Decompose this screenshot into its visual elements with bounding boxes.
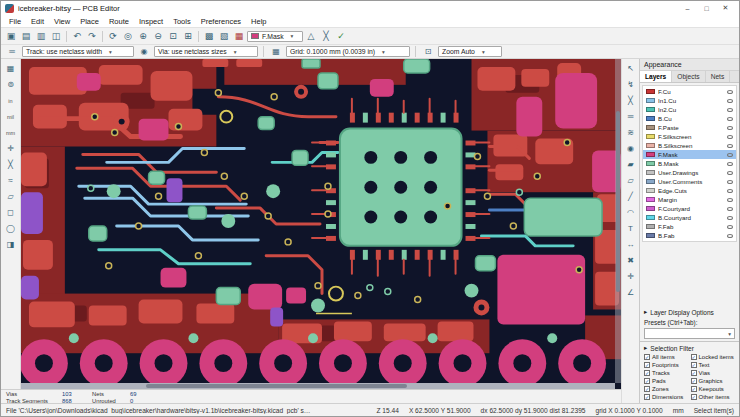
visibility-eye-icon[interactable] [727,189,733,193]
pad-display-button[interactable]: ◻ [3,205,19,220]
tab-layers[interactable]: Layers [640,71,672,82]
layer-manager-button[interactable]: ▦ [232,29,246,43]
ratsnest-button[interactable]: ╳ [319,29,333,43]
layer-display-options[interactable]: ▸ Layer Display Options [640,306,739,318]
menu-route[interactable]: Route [104,16,134,27]
menu-view[interactable]: View [49,16,75,27]
track-width-dropdown[interactable]: Track: use netclass width ▾ [22,46,134,57]
menu-preferences[interactable]: Preferences [196,16,246,27]
select-tool-button[interactable]: ↖ [623,61,639,76]
layer-color-swatch[interactable] [646,143,655,148]
visibility-eye-icon[interactable] [727,99,733,103]
visibility-eye-icon[interactable] [727,225,733,229]
layer-row-fpaste[interactable]: F.Paste [643,123,736,132]
crosshair-cursor-button[interactable]: ✛ [3,141,19,156]
zoom-out-button[interactable]: ⊖ [151,29,165,43]
layer-row-fsilk[interactable]: F.Silkscreen [643,132,736,141]
place-via-button[interactable]: ◉ [623,141,639,156]
presets-dropdown[interactable]: ▾ [644,328,735,339]
draw-arc-button[interactable]: ◠ [623,205,639,220]
checkbox-checked-icon[interactable]: ✓ [691,362,697,368]
visibility-eye-icon[interactable] [727,171,733,175]
maximize-button[interactable]: □ [697,2,716,15]
layer-color-swatch[interactable] [646,116,655,121]
3d-viewer-button[interactable]: ▧ [217,29,231,43]
units-inches-button[interactable]: in [3,93,19,108]
selection-filter-header[interactable]: ▸ Selection Filter [640,342,739,354]
layer-row-bmask[interactable]: B.Mask [643,159,736,168]
close-button[interactable]: ✕ [716,2,735,15]
layer-row-in1cu[interactable]: In1.Cu [643,96,736,105]
zoom-fit-button[interactable]: ⊡ [166,29,180,43]
layer-row-usercomments[interactable]: User.Comments [643,177,736,186]
redo-button[interactable]: ↷ [85,29,99,43]
units-mils-button[interactable]: mil [3,109,19,124]
sf-all-items[interactable]: ✓All items [644,354,691,360]
delete-tool-button[interactable]: ✖ [623,253,639,268]
rule-area-button[interactable]: ▱ [623,173,639,188]
layer-color-swatch[interactable] [646,215,655,220]
undo-button[interactable]: ↶ [70,29,84,43]
checkbox-checked-icon[interactable]: ✓ [691,378,697,384]
find-button[interactable]: ◎ [121,29,135,43]
route-tracks-button[interactable]: ═ [623,109,639,124]
sf-pads[interactable]: ✓Pads [644,378,691,384]
add-zone-button[interactable]: ▰ [623,157,639,172]
layer-color-swatch[interactable] [646,89,655,94]
sf-zones[interactable]: ✓Zones [644,386,691,392]
menu-help[interactable]: Help [246,16,271,27]
layer-color-swatch[interactable] [646,125,655,130]
checkbox-checked-icon[interactable]: ✓ [691,354,697,360]
zone-display-button[interactable]: ▱ [3,189,19,204]
layer-select-dropdown[interactable]: F.Mask ▾ [247,31,303,42]
horizontal-scrollbar[interactable] [21,383,615,389]
appearance-toggle-button[interactable]: ◨ [3,237,19,252]
menu-edit[interactable]: Edit [26,16,49,27]
layer-color-swatch[interactable] [646,188,655,193]
sf-footprints[interactable]: ✓Footprints [644,362,691,368]
layer-row-fcu[interactable]: F.Cu [643,87,736,96]
layer-row-userdrawings[interactable]: User.Drawings [643,168,736,177]
layer-row-bsilk[interactable]: B.Silkscreen [643,141,736,150]
menu-tools[interactable]: Tools [168,16,196,27]
layer-row-ffab[interactable]: F.Fab [643,222,736,231]
curved-ratsnest-button[interactable]: ≈ [3,173,19,188]
via-display-button[interactable]: ◯ [3,221,19,236]
visibility-eye-icon[interactable] [727,126,733,130]
zoom-dropdown[interactable]: Zoom Auto ▾ [438,46,502,57]
minimize-button[interactable]: – [678,2,697,15]
refresh-button[interactable]: ⟳ [106,29,120,43]
layer-row-fmask-active[interactable]: F.Mask [643,150,736,159]
sf-vias[interactable]: ✓Vias [691,370,738,376]
checkbox-checked-icon[interactable]: ✓ [644,362,650,368]
print-button[interactable]: ▥ [34,29,48,43]
pcb-canvas[interactable] [21,59,621,389]
visibility-eye-icon[interactable] [727,162,733,166]
layer-color-swatch[interactable] [646,179,655,184]
drc-button[interactable]: ✓ [334,29,348,43]
highlight-net-tool-button[interactable]: ↯ [623,77,639,92]
layer-color-swatch[interactable] [646,134,655,139]
layer-color-swatch[interactable] [646,170,655,175]
visibility-eye-icon[interactable] [727,198,733,202]
layer-color-swatch[interactable] [646,161,655,166]
route-diff-pair-button[interactable]: ≋ [623,125,639,140]
layer-color-swatch[interactable] [646,107,655,112]
add-dimension-button[interactable]: ↔ [623,237,639,252]
layer-color-swatch[interactable] [646,152,655,157]
tab-objects[interactable]: Objects [672,71,705,82]
layer-color-swatch[interactable] [646,98,655,103]
layer-row-bcu[interactable]: B.Cu [643,114,736,123]
layer-color-swatch[interactable] [646,233,655,238]
vertical-scrollbar-thumb[interactable] [616,111,620,292]
visibility-eye-icon[interactable] [727,90,733,94]
visibility-eye-icon[interactable] [727,144,733,148]
drill-origin-button[interactable]: ✛ [623,269,639,284]
visibility-eye-icon[interactable] [727,117,733,121]
menu-inspect[interactable]: Inspect [134,16,168,27]
save-button[interactable]: ▣ [4,29,18,43]
visibility-eye-icon[interactable] [727,135,733,139]
page-settings-button[interactable]: ▤ [19,29,33,43]
layer-color-swatch[interactable] [646,206,655,211]
tab-nets[interactable]: Nets [706,71,731,82]
